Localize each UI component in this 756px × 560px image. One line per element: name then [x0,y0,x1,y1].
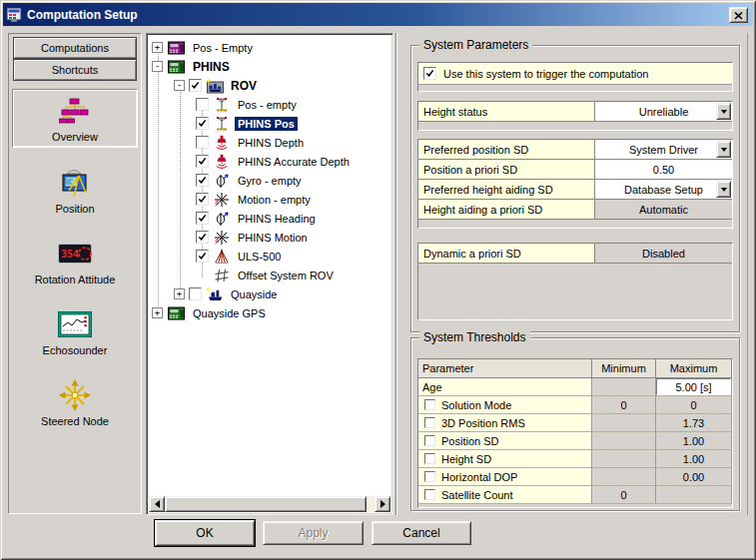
ok-button[interactable]: OK [155,520,255,546]
tree-expander[interactable]: + [152,42,163,53]
param-dropdown[interactable]: System Driver [595,140,732,159]
thresholds-table: Parameter Minimum Maximum Age 5.00 [s] S… [417,358,733,508]
dynamic-section: Dynamic a priori SD Disabled [417,243,733,320]
param-dropdown[interactable]: Database Setup [595,180,732,199]
window-titlebar[interactable]: Computation Setup [3,3,753,26]
param-readonly-value: Disabled [595,244,732,263]
depth-transducer-icon [212,135,232,151]
dropdown-button[interactable] [716,141,731,158]
tab-computations[interactable]: Computations [13,37,137,59]
sidebar-item-label: Overview [52,131,98,143]
tree-checkbox[interactable] [196,98,209,111]
trigger-section: Use this system to trigger the computati… [417,62,733,92]
position-receiver-icon [57,166,93,200]
close-button[interactable] [729,7,748,23]
tree-item-label[interactable]: PHINS Pos [235,117,298,131]
tree-item-phins-pos[interactable]: PHINS Pos [149,114,390,133]
tree-expander[interactable]: + [152,307,163,318]
scroll-left-button[interactable] [149,496,165,512]
echosounder-icon [57,307,93,341]
tree-item-label[interactable]: PHINS Depth [235,136,307,150]
sidebar-item-overview[interactable]: Overview [12,89,138,148]
tree-item-phins-depth[interactable]: PHINS Depth [149,133,390,152]
threshold-checkbox[interactable] [424,417,435,428]
tree-checkbox[interactable] [196,155,209,168]
tree-item-label[interactable]: Quayside [228,287,280,301]
threshold-row-satellite-count: Satellite Count 0 [418,486,732,504]
tree-item-pos-empty[interactable]: Pos - empty [149,95,390,114]
threshold-parameter-label: Position SD [441,435,498,447]
tree-item-phins[interactable]: - PHINS [149,57,390,76]
tree-item-phins-heading[interactable]: PHINS Heading [149,209,390,228]
tree-checkbox[interactable] [196,117,209,130]
tree-item-label[interactable]: PHINS Heading [235,212,319,226]
tree-checkbox[interactable] [196,231,209,244]
param-input[interactable]: 0.50 [595,160,732,179]
tree-item-rov[interactable]: - ROV [149,76,390,95]
threshold-minimum-cell [592,432,656,450]
tree-hscrollbar[interactable] [149,496,390,512]
trigger-checkbox[interactable] [423,67,436,80]
tree-item-quayside-gps[interactable]: + Quayside GPS [149,303,390,322]
sidebar-item-steered-node[interactable]: Steered Node [12,374,138,431]
threshold-checkbox[interactable] [424,489,435,500]
tree-item-uls-500[interactable]: ULS-500 [149,247,390,266]
tree-checkbox[interactable] [196,250,209,263]
param-dropdown[interactable]: Unreliable [595,102,732,121]
scroll-thumb[interactable] [165,496,367,512]
tree-checkbox[interactable] [196,193,209,206]
tree-item-label[interactable]: Offset System ROV [235,269,337,282]
tree-item-label[interactable]: ULS-500 [235,250,284,264]
tree-item-label[interactable]: PHINS [190,59,233,75]
sonar-beam-icon [212,249,232,265]
rov-vehicle-icon [205,78,225,94]
threshold-parameter-cell: Age [418,378,592,396]
threshold-maximum-cell: 1.73 [656,414,732,432]
tree-item-label[interactable]: Motion - empty [235,193,314,207]
threshold-minimum-cell: 0 [592,396,656,414]
threshold-checkbox[interactable] [424,471,435,482]
steered-node-icon [58,378,92,412]
cancel-button[interactable]: Cancel [372,521,471,545]
tab-shortcuts[interactable]: Shortcuts [13,59,137,81]
tree-item-phins-accurate-depth[interactable]: PHINS Accurate Depth [149,152,390,171]
tree-item-label[interactable]: PHINS Motion [235,231,311,245]
dropdown-button[interactable] [716,103,731,120]
threshold-checkbox[interactable] [424,399,435,410]
scroll-track[interactable] [367,496,375,512]
tree-item-gyro-empty[interactable]: Gyro - empty [149,171,390,190]
threshold-maximum-input[interactable]: 5.00 [s] [656,378,731,395]
tree-expander[interactable]: - [174,80,185,91]
sidebar-item-label: Position [55,203,94,215]
tree-checkbox[interactable] [189,287,202,300]
tree-item-phins-motion[interactable]: PHINS Motion [149,228,390,247]
tree-item-quayside[interactable]: + Quayside [149,284,390,303]
threshold-parameter-label: 3D Position RMS [441,417,525,429]
tree-checkbox[interactable] [196,174,209,187]
tree-expander[interactable]: + [174,288,185,299]
param-label: Position a priori SD [418,160,595,179]
dropdown-arrow-icon [721,110,727,117]
system-parameters-group: System Parameters Use this system to tri… [410,45,740,332]
tree-item-label[interactable]: ROV [228,78,260,94]
dropdown-button[interactable] [716,181,731,198]
sidebar-item-rotation-attitude[interactable]: 354 Rotation Attitude [12,233,138,289]
threshold-checkbox[interactable] [424,435,435,446]
gyro-heading-icon [212,211,232,227]
tree-expander[interactable]: - [152,61,163,72]
sidebar-item-position[interactable]: Position [12,162,138,219]
tree-item-label[interactable]: Pos - empty [235,98,300,112]
tree-item-label[interactable]: Gyro - empty [235,174,305,188]
tree-item-label[interactable]: PHINS Accurate Depth [235,155,353,169]
tree-checkbox[interactable] [196,136,209,149]
tree-item-label[interactable]: Pos - Empty [190,41,256,55]
tree-item-label[interactable]: Quayside GPS [190,306,269,320]
sidebar-item-echosounder[interactable]: Echosounder [12,303,138,360]
tree-item-offset-system-rov[interactable]: Offset System ROV [149,266,390,284]
tree-item-pos-empty[interactable]: + Pos - Empty [149,38,390,57]
scroll-right-button[interactable] [375,496,390,512]
tree-checkbox[interactable] [196,212,209,225]
threshold-checkbox[interactable] [424,453,435,464]
tree-checkbox[interactable] [189,79,202,92]
tree-item-motion-empty[interactable]: Motion - empty [149,190,390,209]
